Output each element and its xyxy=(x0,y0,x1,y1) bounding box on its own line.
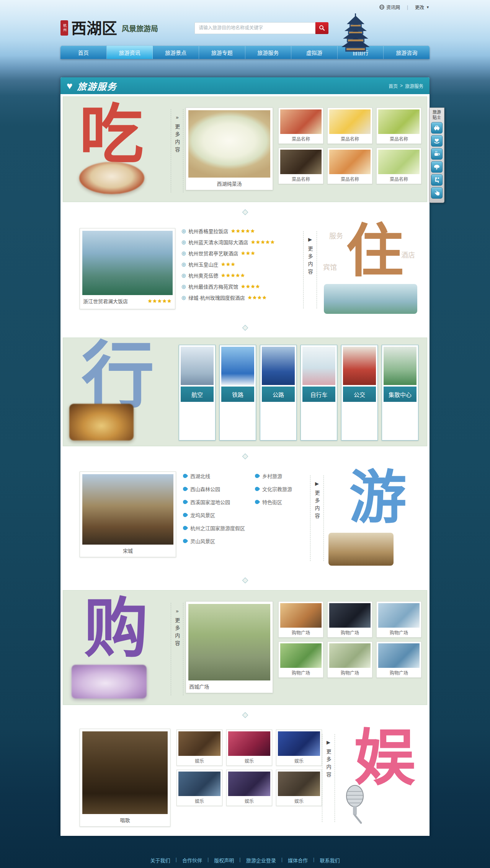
eat-more-link[interactable]: » 更多内容 xyxy=(171,109,183,193)
shop-tiles: 购物广场 购物广场 购物广场 购物广场 购物广场 购物广场 xyxy=(278,601,421,699)
fun-tile[interactable]: 娱乐 xyxy=(176,770,222,806)
footer-link-about[interactable]: 关于我们 xyxy=(150,857,170,864)
tour-link[interactable]: 龙坞风景区 xyxy=(183,511,245,519)
shop-caption: 购物广场 xyxy=(280,668,322,676)
footer-link-copyright[interactable]: 版权声明 xyxy=(214,857,234,864)
tour-link[interactable]: 文化宗教旅游 xyxy=(255,485,292,493)
tour-more-link[interactable]: ▶ 更多内容 xyxy=(310,475,324,561)
shop-tile[interactable]: 购物广场 xyxy=(376,641,421,678)
nav-item-consult[interactable]: 旅游咨询 xyxy=(384,46,430,59)
site-logo[interactable]: 杭州 西湖区 风景旅游局 xyxy=(60,20,158,36)
transport-card-air[interactable]: 航空 xyxy=(179,345,216,441)
hotel-row[interactable]: ◎杭州玉皇山庄★★★ xyxy=(181,261,275,268)
fun-tile[interactable]: 娱乐 xyxy=(176,729,222,766)
shop-tile[interactable]: 购物广场 xyxy=(327,601,372,638)
dish-tile[interactable]: 菜品名称 xyxy=(376,108,421,144)
tour-link[interactable]: 西湖北线 xyxy=(183,472,245,480)
transport-card-rail[interactable]: 铁路 xyxy=(219,345,256,441)
tour-link[interactable]: 乡村旅游 xyxy=(255,472,292,480)
fun-photo xyxy=(278,731,320,756)
nav-item-home[interactable]: 首页 xyxy=(60,46,107,59)
fun-tile[interactable]: 娱乐 xyxy=(226,770,272,806)
guide-tip-button[interactable] xyxy=(431,187,443,199)
nav-item-news[interactable]: 旅游资讯 xyxy=(107,46,153,59)
tour-feature-photo xyxy=(82,474,173,545)
hotel-row[interactable]: ◎杭州世贸君亭艺联酒店★★★ xyxy=(181,250,275,257)
shop-tile[interactable]: 购物广场 xyxy=(278,641,323,678)
tour-link[interactable]: 杭州之江国家旅游度假区 xyxy=(183,524,245,532)
dish-photo xyxy=(329,150,371,174)
rest-tip-button[interactable] xyxy=(431,174,443,186)
nav-item-spots[interactable]: 旅游景点 xyxy=(153,46,199,59)
shop-photo xyxy=(329,643,371,668)
shop-tile[interactable]: 购物广场 xyxy=(376,601,421,638)
hotel-row[interactable]: ◎杭州香格里拉饭店★★★★★ xyxy=(181,227,275,235)
hotel-row[interactable]: ◎杭州奥克伍德★★★★★ xyxy=(181,272,275,279)
taxi-icon xyxy=(433,124,440,131)
weather-tip-button[interactable] xyxy=(431,161,443,173)
hotel-name: 绿城·杭州玫瑰园度假酒店 xyxy=(188,294,245,301)
taxi-tip-button[interactable] xyxy=(431,122,443,134)
fun-tile[interactable]: 娱乐 xyxy=(276,770,322,806)
dish-tile[interactable]: 菜品名称 xyxy=(327,108,372,144)
stay-faint-word: 酒店 xyxy=(401,250,415,259)
nav-item-services[interactable]: 旅游服务 xyxy=(245,46,292,59)
hotel-row[interactable]: ◎绿城·杭州玫瑰园度假酒店★★★★ xyxy=(181,294,275,301)
fun-caption: 娱乐 xyxy=(228,796,270,804)
heart-icon: ♥ xyxy=(67,80,72,92)
footer-link-contact[interactable]: 联系我们 xyxy=(320,857,340,864)
hotel-stars: ★★★★★ xyxy=(251,239,275,245)
search-input[interactable] xyxy=(194,22,315,34)
tour-feature-card[interactable]: 宋城 xyxy=(80,472,176,557)
transport-card-road[interactable]: 公路 xyxy=(260,345,297,441)
fun-photo xyxy=(278,772,320,796)
tour-link[interactable]: 特色街区 xyxy=(255,498,292,506)
diamond-ornament xyxy=(242,577,248,583)
footer-link-media[interactable]: 媒体合作 xyxy=(288,857,308,864)
shop-caption: 购物广场 xyxy=(378,628,420,636)
tour-link[interactable]: 西山森林公园 xyxy=(183,485,245,493)
tour-links-col1: 西湖北线 西山森林公园 西溪国家湿地公园 龙坞风景区 杭州之江国家旅游度假区 灵… xyxy=(183,472,245,565)
footer-link-partners[interactable]: 合作伙伴 xyxy=(182,857,202,864)
change-label: 更改 xyxy=(415,4,424,10)
hotel-row[interactable]: ◎杭州最佳西方梅苑宾馆★★★★ xyxy=(181,283,275,290)
shop-tile[interactable]: 购物广场 xyxy=(278,601,323,638)
footer-sep: | xyxy=(239,857,240,864)
tour-link[interactable]: 西溪国家湿地公园 xyxy=(183,498,245,506)
dish-tile[interactable]: 菜品名称 xyxy=(376,148,421,184)
drop-icon xyxy=(182,486,188,492)
dish-tile[interactable]: 菜品名称 xyxy=(327,148,372,184)
content-container: ♥ 旅游服务 首页 > 旅游服务 吃 » 更多内容 西湖纯菜汤 菜 xyxy=(60,77,430,836)
nav-item-topics[interactable]: 旅游专题 xyxy=(199,46,245,59)
news-site-link[interactable]: 资讯网 xyxy=(379,4,400,10)
dish-tile[interactable]: 菜品名称 xyxy=(278,148,323,184)
dish-caption: 菜品名称 xyxy=(378,134,420,142)
change-dropdown[interactable]: 更改 ▼ xyxy=(415,4,430,10)
transport-card-bike[interactable]: 自行车 xyxy=(301,345,337,441)
dining-tip-button[interactable] xyxy=(431,148,443,160)
footer-link-enterprise-login[interactable]: 旅游企业登录 xyxy=(246,857,276,864)
fun-feature-card[interactable]: 唱歌 xyxy=(80,729,170,827)
dish-tile[interactable]: 菜品名称 xyxy=(278,108,323,144)
care-tip-button[interactable] xyxy=(431,135,443,147)
fun-tile[interactable]: 娱乐 xyxy=(276,729,322,766)
shop-feature-card[interactable]: 西城广场 xyxy=(186,601,273,693)
breadcrumb-home[interactable]: 首页 xyxy=(389,83,398,89)
top-utility-bar: 资讯网 | 更改 ▼ xyxy=(60,0,430,10)
fun-more-link[interactable]: ▶ 更多内容 xyxy=(322,734,335,822)
search-button[interactable] xyxy=(315,22,328,34)
fun-photo xyxy=(228,731,270,756)
stay-more-link[interactable]: ▶ 更多内容 xyxy=(303,231,317,308)
stay-feature-card[interactable]: 浙江世贸君澜大饭店 ★★★★★ xyxy=(80,228,175,309)
fun-tile[interactable]: 娱乐 xyxy=(226,729,272,766)
eat-feature-card[interactable]: 西湖纯菜汤 xyxy=(186,108,273,190)
hotel-stars: ★★★★ xyxy=(241,284,260,289)
transport-card-bus[interactable]: 公交 xyxy=(341,345,378,441)
shop-more-link[interactable]: » 更多内容 xyxy=(171,603,183,695)
transport-card-hub[interactable]: 集散中心 xyxy=(382,345,418,441)
dish-caption: 菜品名称 xyxy=(280,174,322,182)
tour-link[interactable]: 灵山风景区 xyxy=(183,537,245,545)
shop-tile[interactable]: 购物广场 xyxy=(327,641,372,678)
hotel-row[interactable]: ◎杭州蓝天清水湾国际大酒店★★★★★ xyxy=(181,238,275,246)
nav-item-virtual[interactable]: 虚拟游 xyxy=(291,46,338,59)
